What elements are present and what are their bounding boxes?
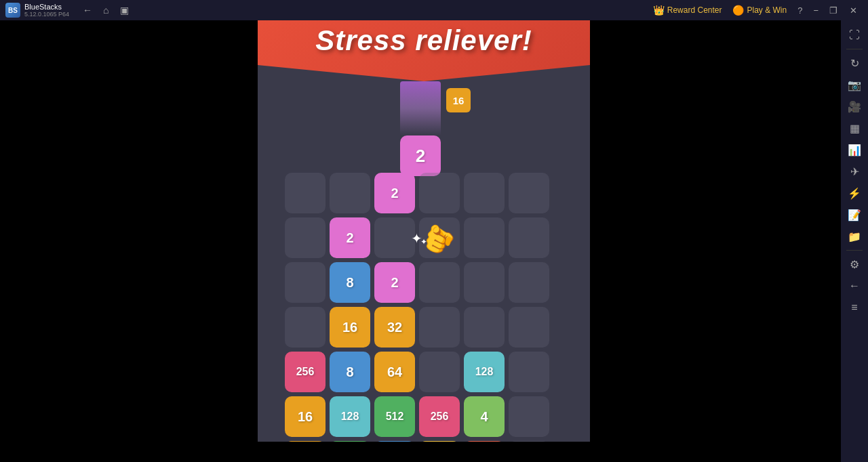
list-item: 8	[374, 441, 415, 442]
camera-icon[interactable]: 🎥	[845, 97, 864, 116]
reward-center-button[interactable]: 👑 Reward Center	[649, 3, 726, 17]
table-row: 16 32	[285, 307, 563, 348]
play-win-button[interactable]: 🟠 Play & Win	[728, 3, 791, 17]
reward-icon: 👑	[653, 5, 665, 16]
list-item: 64	[285, 441, 326, 442]
list-item: 16	[330, 307, 370, 348]
empty-cell	[509, 396, 549, 437]
list-item: 2	[374, 262, 415, 303]
empty-cell	[285, 173, 326, 213]
stats-icon[interactable]: 📊	[845, 140, 864, 159]
macro-icon[interactable]: ⚡	[845, 184, 864, 203]
empty-cell	[464, 307, 505, 348]
network-icon[interactable]: ✈	[845, 162, 864, 181]
back-icon[interactable]: ←	[845, 276, 864, 295]
empty-cell	[419, 352, 460, 392]
play-win-label: Play & Win	[747, 5, 787, 15]
fullscreen-icon[interactable]: ⛶	[845, 26, 864, 45]
reward-center-label: Reward Center	[667, 5, 722, 15]
empty-cell	[464, 173, 505, 213]
empty-cell	[464, 217, 505, 258]
app-version: 5.12.0.1065 P64	[24, 11, 69, 18]
empty-cell	[509, 262, 549, 303]
rotation-icon[interactable]: ↻	[845, 54, 864, 72]
list-item: 2	[374, 173, 415, 213]
minimize-button[interactable]: −	[809, 4, 823, 17]
right-sidebar: ⛶ ↻ 📷 🎥 ▦ 📊 ✈ ⚡ 📝 📁 ⚙ ← ≡	[841, 20, 868, 462]
app-logo: BS BlueStacks 5.12.0.1065 P64	[0, 3, 75, 18]
game-board[interactable]: 16 2 🫵 2 2	[285, 81, 563, 428]
volume-icon[interactable]: ▦	[845, 119, 864, 138]
help-button[interactable]: ?	[793, 4, 806, 17]
close-button[interactable]: ✕	[844, 4, 863, 17]
win-icon: 🟠	[732, 5, 744, 16]
table-row: 2	[285, 173, 563, 213]
divider	[846, 49, 863, 49]
app-name: BlueStacks	[24, 3, 69, 11]
back-button[interactable]: ←	[80, 3, 95, 17]
falling-beam	[400, 81, 441, 135]
empty-cell	[509, 173, 549, 213]
empty-cell	[419, 262, 460, 303]
falling-tile-container: 2	[400, 81, 441, 176]
empty-cell	[464, 262, 505, 303]
title-bar-right: 👑 Reward Center 🟠 Play & Win ? − ❐ ✕	[644, 3, 868, 17]
multiwindow-button[interactable]: ▣	[117, 3, 132, 17]
grid-area: 2 2 8 2	[285, 173, 563, 442]
table-row: 64 512 8 1024 32	[285, 441, 563, 442]
list-item: 8	[330, 352, 370, 392]
list-item: 16	[285, 396, 326, 437]
falling-tile-value: 2	[416, 146, 425, 167]
right-panel	[590, 20, 841, 462]
menu-icon[interactable]: ≡	[845, 298, 864, 317]
list-item: 32	[374, 307, 415, 348]
next-tile-value: 16	[453, 95, 465, 106]
empty-cell	[509, 217, 549, 258]
list-item: 64	[374, 352, 415, 392]
empty-cell	[419, 307, 460, 348]
list-item: 256	[419, 396, 460, 437]
list-item: 128	[464, 352, 505, 392]
empty-cell	[330, 173, 370, 213]
empty-cell	[509, 352, 549, 392]
folder-icon[interactable]: 📁	[845, 227, 864, 246]
list-item: 1024	[419, 441, 460, 442]
home-button[interactable]: ⌂	[100, 3, 111, 17]
empty-cell	[509, 307, 549, 348]
list-item: 2	[330, 217, 370, 258]
list-item: 512	[374, 396, 415, 437]
bluestacks-icon: BS	[5, 3, 20, 18]
list-item: 8	[330, 262, 370, 303]
table-row: 16 128 512 256 4	[285, 396, 563, 437]
empty-cell	[285, 262, 326, 303]
list-item: 32	[464, 441, 505, 442]
game-container: Stress reliever! 16 2 🫵 2	[258, 0, 590, 442]
table-row: 8 2	[285, 262, 563, 303]
empty-cell	[285, 217, 326, 258]
nav-buttons: ← ⌂ ▣	[75, 3, 136, 17]
empty-cell	[374, 217, 415, 258]
left-panel	[0, 20, 258, 462]
banner-text: Stress reliever!	[315, 24, 532, 57]
falling-tile: 2	[400, 135, 441, 176]
empty-cell	[419, 173, 460, 213]
empty-cell	[285, 307, 326, 348]
settings-icon[interactable]: ⚙	[845, 255, 864, 274]
empty-cell	[509, 441, 549, 442]
list-item: 256	[285, 352, 326, 392]
divider2	[846, 250, 863, 251]
script-icon[interactable]: 📝	[845, 205, 864, 224]
list-item: 512	[330, 441, 370, 442]
next-tile: 16	[446, 88, 471, 112]
maximize-button[interactable]: ❐	[825, 4, 842, 17]
list-item: 128	[330, 396, 370, 437]
screenshot-icon[interactable]: 📷	[845, 75, 864, 94]
list-item: 4	[464, 396, 505, 437]
table-row: 256 8 64 128	[285, 352, 563, 392]
title-bar: BS BlueStacks 5.12.0.1065 P64 ← ⌂ ▣ 👑 Re…	[0, 0, 868, 20]
